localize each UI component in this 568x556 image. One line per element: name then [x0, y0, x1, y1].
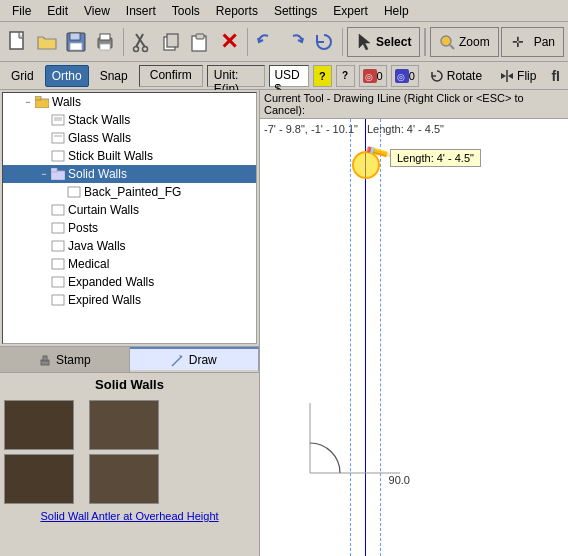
angle-arc-container: 90.0: [300, 393, 420, 496]
save-button[interactable]: [62, 25, 89, 59]
main-toolbar: ✕ Select Zoom ✛ Pan: [0, 22, 568, 62]
svg-point-10: [142, 46, 147, 51]
sep3: [342, 28, 344, 56]
stamp-button[interactable]: Stamp: [0, 347, 130, 372]
print-button[interactable]: [91, 25, 118, 59]
tree-medical[interactable]: + Medical: [3, 255, 256, 273]
svg-rect-5: [100, 34, 110, 40]
tree-curtain-walls[interactable]: + Curtain Walls: [3, 201, 256, 219]
menu-edit[interactable]: Edit: [39, 2, 76, 20]
angle-label: 90.0: [389, 474, 410, 486]
tree-expanded-walls[interactable]: + Expanded Walls: [3, 273, 256, 291]
svg-rect-6: [100, 44, 110, 50]
menu-tools[interactable]: Tools: [164, 2, 208, 20]
counter1[interactable]: ◎ 0: [359, 65, 387, 87]
tile-label[interactable]: Solid Wall Antler at Overhead Height: [0, 508, 259, 524]
counter2[interactable]: ◎ 0: [391, 65, 419, 87]
cut-button[interactable]: [128, 25, 155, 59]
ortho-button[interactable]: Ortho: [45, 65, 89, 87]
svg-rect-41: [52, 295, 64, 305]
tile-1[interactable]: [4, 400, 74, 450]
java-walls-label: Java Walls: [68, 239, 126, 253]
walls-label: Walls: [52, 95, 81, 109]
svg-rect-37: [52, 223, 64, 233]
snap-button[interactable]: Snap: [93, 65, 135, 87]
tile-empty-1: [174, 400, 244, 450]
rotate-button[interactable]: Rotate: [423, 65, 489, 87]
svg-line-16: [450, 45, 454, 49]
sep4: [424, 28, 426, 56]
svg-rect-39: [52, 259, 64, 269]
tree-back-painted[interactable]: + Back_Painted_FG: [3, 183, 256, 201]
expanded-walls-label: Expanded Walls: [68, 275, 154, 289]
confirm-button[interactable]: Confirm: [139, 65, 203, 87]
bottom-panel: Stamp Draw Solid Walls Sol: [0, 346, 259, 556]
stamp-draw-bar: Stamp Draw: [0, 347, 259, 373]
tool-info-text: Current Tool - Drawing ILine (Right Clic…: [264, 92, 524, 116]
pan-button[interactable]: ✛ Pan: [501, 27, 564, 57]
undo-button[interactable]: [252, 25, 279, 59]
zoom-button[interactable]: Zoom: [430, 27, 499, 57]
menu-help[interactable]: Help: [376, 2, 417, 20]
shield-icon[interactable]: ?: [313, 65, 332, 87]
zoom-label: Zoom: [459, 35, 490, 49]
svg-rect-30: [52, 133, 64, 143]
open-button[interactable]: [33, 25, 60, 59]
svg-rect-36: [52, 205, 64, 215]
tree-solid-walls[interactable]: − Solid Walls: [3, 165, 256, 183]
draw-button[interactable]: Draw: [130, 347, 260, 372]
tree-expired-walls[interactable]: + Expired Walls: [3, 291, 256, 309]
svg-marker-24: [508, 73, 513, 79]
svg-rect-34: [51, 168, 57, 172]
sep2: [247, 28, 249, 56]
select-button[interactable]: Select: [347, 27, 420, 57]
svg-rect-43: [43, 356, 47, 361]
new-button[interactable]: [4, 25, 31, 59]
tree-posts[interactable]: + Posts: [3, 219, 256, 237]
copy-button[interactable]: [157, 25, 184, 59]
canvas-info-bar: Current Tool - Drawing ILine (Right Clic…: [260, 90, 568, 119]
fi-button[interactable]: fI: [547, 68, 564, 84]
svg-point-15: [441, 36, 451, 46]
medical-label: Medical: [68, 257, 109, 271]
menu-file[interactable]: File: [4, 2, 39, 20]
tile-2[interactable]: [89, 400, 159, 450]
menu-reports[interactable]: Reports: [208, 2, 266, 20]
back-painted-label: Back_Painted_FG: [84, 185, 181, 199]
expand-walls[interactable]: −: [23, 97, 33, 107]
secondary-toolbar: Grid Ortho Snap Confirm Unit: E(in) USD …: [0, 62, 568, 90]
tree-stick-built-walls[interactable]: + Stick Built Walls: [3, 147, 256, 165]
menu-expert[interactable]: Expert: [325, 2, 376, 20]
tile-3[interactable]: [4, 454, 74, 504]
help-icon[interactable]: ?: [336, 65, 355, 87]
menu-insert[interactable]: Insert: [118, 2, 164, 20]
flip-label: Flip: [517, 69, 536, 83]
pan-label: Pan: [534, 35, 555, 49]
tree-walls[interactable]: − Walls: [3, 93, 256, 111]
canvas-main[interactable]: -7' - 9.8", -1' - 10.1" Length: 4' - 4.5…: [260, 119, 568, 556]
redo-button[interactable]: [281, 25, 308, 59]
expand-solid[interactable]: −: [39, 169, 49, 179]
tree-java-walls[interactable]: + Java Walls: [3, 237, 256, 255]
menu-view[interactable]: View: [76, 2, 118, 20]
paste-button[interactable]: [186, 25, 213, 59]
tree-view[interactable]: − Walls + Stack Walls + Glass Walls + St…: [2, 92, 257, 344]
svg-rect-14: [196, 34, 204, 39]
menu-settings[interactable]: Settings: [266, 2, 325, 20]
length-info-box: Length: 4' - 4.5": [390, 149, 481, 167]
select-label: Select: [376, 35, 411, 49]
delete-button[interactable]: ✕: [215, 25, 242, 59]
left-panel: − Walls + Stack Walls + Glass Walls + St…: [0, 90, 260, 556]
grid-button[interactable]: Grid: [4, 65, 41, 87]
posts-label: Posts: [68, 221, 98, 235]
unit-display: Unit: E(in): [207, 65, 266, 87]
curtain-walls-label: Curtain Walls: [68, 203, 139, 217]
currency-selector[interactable]: USD $: [269, 65, 309, 87]
refresh-button[interactable]: [310, 25, 337, 59]
length-display: Length: 4' - 4.5": [397, 152, 474, 164]
svg-rect-12: [167, 34, 178, 47]
tree-glass-walls[interactable]: + Glass Walls: [3, 129, 256, 147]
tree-stack-walls[interactable]: + Stack Walls: [3, 111, 256, 129]
tile-4[interactable]: [89, 454, 159, 504]
flip-button[interactable]: Flip: [493, 65, 543, 87]
